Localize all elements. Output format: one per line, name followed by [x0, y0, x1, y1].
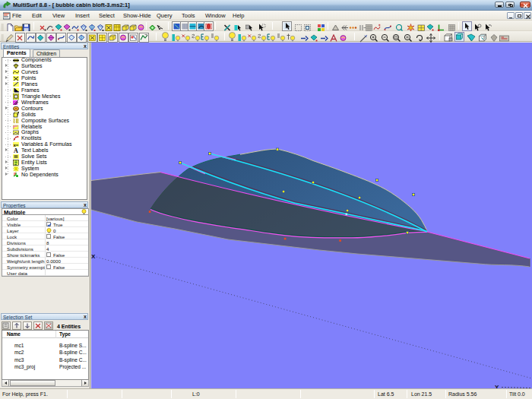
- svg-text:A: A: [14, 147, 18, 154]
- svg-text:x=: x=: [14, 143, 19, 147]
- svg-text:X: X: [91, 253, 96, 260]
